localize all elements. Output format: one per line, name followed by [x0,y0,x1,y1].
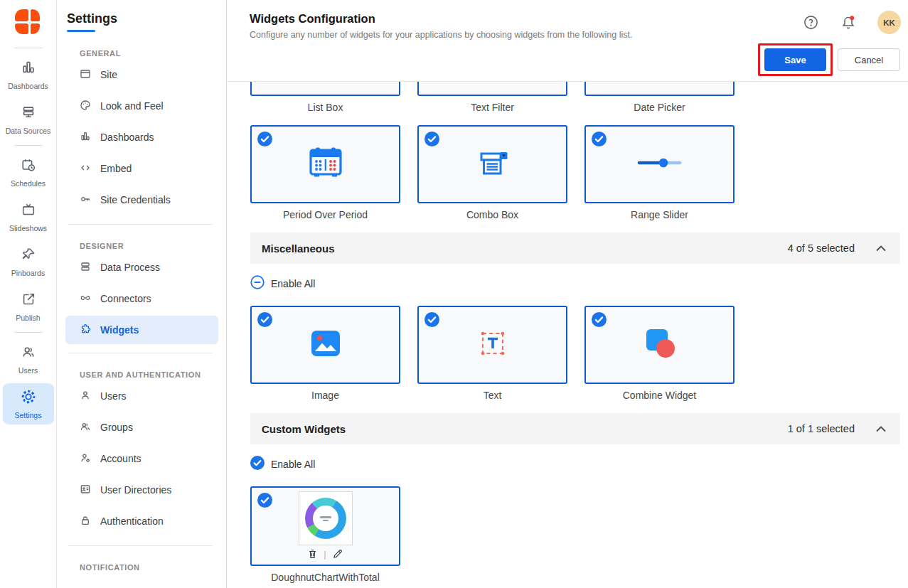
collapse-chevron-icon[interactable] [876,245,886,252]
user-avatar[interactable]: KK [877,11,901,34]
nav-item-users[interactable]: Users [58,380,226,412]
rail-item-data-sources[interactable]: Data Sources [3,99,54,140]
widget-card-combine-widget[interactable] [584,306,735,384]
nav-item-label: Users [100,390,127,402]
section-count: 1 of 1 selected [788,423,855,434]
nav-item-embed[interactable]: Embed [58,153,226,184]
nav-item-accounts[interactable]: Accounts [58,443,226,474]
rail-item-publish[interactable]: Publish [3,286,54,327]
nav-item-label: Widgets [100,324,139,336]
palette-icon [80,100,91,113]
notifications-bell-icon[interactable] [840,14,857,31]
nav-item-label: Authentication [100,515,164,527]
help-icon[interactable] [803,14,819,31]
checked-badge-icon [424,132,439,146]
widget-label: Combo Box [417,209,567,220]
delete-icon[interactable] [307,548,318,560]
rail-item-pinboards[interactable]: Pinboards [3,241,54,282]
widget-card-combo-box[interactable] [417,125,567,203]
nav-section-heading: USER AND AUTHENTICATION [80,370,226,379]
nav-item-label: User Directories [100,484,171,496]
nav-item-label: Site [100,69,117,80]
nav-section-heading: NOTIFICATION [80,563,226,572]
checked-badge-icon [592,312,607,327]
edit-pencil-icon[interactable] [332,548,343,560]
nav-item-data-process[interactable]: Data Process [58,252,226,283]
rail-divider [14,145,43,146]
rail-item-schedules[interactable]: Schedules [3,151,54,193]
section-title: Custom Widgets [262,423,788,435]
main-content: Widgets Configuration Configure any numb… [228,0,908,588]
pinboards-icon [21,247,36,265]
rail-item-label: Data Sources [6,127,51,135]
widget-card-doughnut-chart[interactable]: | [250,486,400,566]
nav-divider [68,353,213,353]
widget-label: Range Slider [584,209,735,220]
nav-item-label: Connectors [100,293,151,304]
rail-item-label: Dashboards [8,82,48,90]
save-button[interactable]: Save [764,48,826,71]
rail-item-label: Slideshows [9,224,47,232]
nav-item-user-directories[interactable]: User Directories [58,474,226,506]
rail-item-label: Pinboards [11,269,45,277]
widget-card-list-box[interactable] [250,82,400,96]
section-bar-custom-widgets: Custom Widgets 1 of 1 selected [250,413,900,444]
nav-section-heading: DESIGNER [80,242,226,250]
nav-item-site[interactable]: Site [58,59,226,90]
image-icon [309,329,342,360]
widget-label: Image [250,390,400,401]
slideshows-icon [21,202,36,220]
checked-checkbox-icon [250,456,265,473]
section-title: Miscellaneous [262,242,788,255]
code-icon [80,162,91,176]
user-card-icon [80,483,91,497]
enable-all-miscellaneous[interactable]: Enable All [250,275,315,292]
checked-badge-icon [257,493,272,508]
widget-row-custom: | DoughnutChartWithTotal [250,486,900,583]
nav-item-look-and-feel[interactable]: Look and Feel [58,90,226,122]
nav-item-authentication[interactable]: Authentication [58,506,226,537]
brand-logo-icon [15,9,41,36]
nav-item-site-credentials[interactable]: Site Credentials [58,184,226,215]
widget-card-image[interactable] [250,306,400,384]
widget-card-text[interactable] [417,306,567,384]
widget-row-cropped: List Box Text Filter Date Picker [250,82,900,113]
nav-item-groups[interactable]: Groups [58,412,226,443]
widget-label: Date Picker [584,102,735,113]
panel-title: Settings [67,11,226,26]
section-bar-miscellaneous: Miscellaneous 4 of 5 selected [250,232,900,264]
link-icon [80,292,91,306]
puzzle-icon [80,324,91,337]
cancel-button[interactable]: Cancel [838,48,900,71]
dashboards-icon [21,60,36,78]
widget-card-range-slider[interactable] [584,125,735,203]
checked-badge-icon [424,312,439,327]
custom-widget-actions: | [307,548,343,560]
collapse-chevron-icon[interactable] [876,426,886,432]
widget-label: Text [417,390,567,401]
nav-item-dashboards[interactable]: Dashboards [58,122,226,153]
rail-item-label: Settings [15,411,42,419]
enable-all-custom-widgets[interactable]: Enable All [250,456,315,473]
title-underline [67,30,95,32]
widget-card-date-picker[interactable] [584,82,735,96]
page-header: Widgets Configuration Configure any numb… [228,0,908,40]
widget-card-text-filter[interactable] [417,82,567,96]
widget-row-filters: Period Over Period Combo Box Range Slide… [250,125,900,220]
period-over-period-icon [307,146,344,182]
rail-item-users[interactable]: Users [3,338,54,380]
nav-item-widgets[interactable]: Widgets [65,316,218,344]
checked-badge-icon [592,132,607,146]
key-icon [80,193,91,207]
widget-card-period-over-period[interactable] [250,125,400,203]
nav-section-heading: GENERAL [80,49,226,58]
nav-item-label: Embed [100,163,132,174]
rail-item-slideshows[interactable]: Slideshows [3,196,54,237]
rail-item-dashboards[interactable]: Dashboards [3,54,54,95]
actions-row: Save Cancel [228,43,908,76]
nav-item-label: Look and Feel [100,100,164,112]
rail-item-settings[interactable]: Settings [3,383,54,424]
action-separator: | [324,549,326,560]
account-gear-icon [80,452,91,466]
nav-item-connectors[interactable]: Connectors [58,283,226,314]
